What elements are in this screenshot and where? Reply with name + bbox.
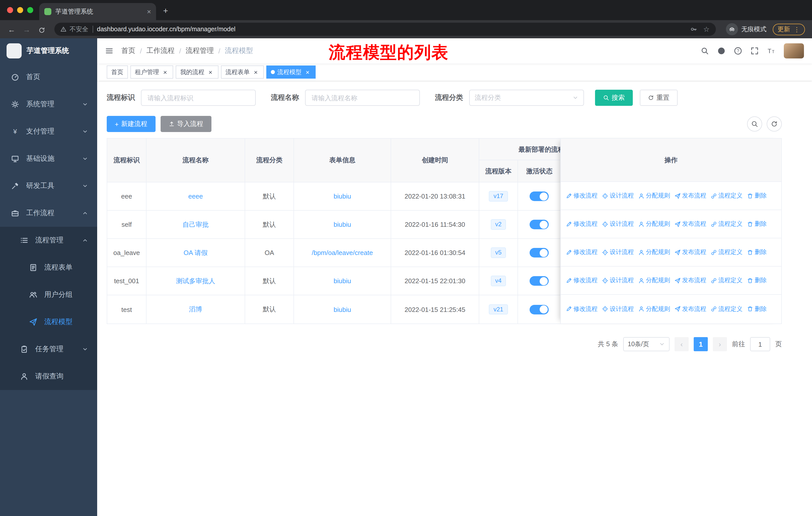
delete-process-link[interactable]: 删除 [747,220,767,228]
process-name-link[interactable]: 自己审批 [182,220,209,229]
prev-page-button[interactable]: ‹ [674,337,689,351]
process-definition-link[interactable]: 流程定义 [711,305,743,313]
active-toggle[interactable] [529,305,549,314]
active-toggle[interactable] [529,276,549,286]
publish-process-link[interactable]: 发布流程 [674,220,706,228]
process-name-link[interactable]: OA 请假 [183,248,207,257]
publish-process-link[interactable]: 发布流程 [674,276,706,285]
sidebar-logo[interactable]: 芋道管理系统 [0,38,97,63]
breadcrumb-item[interactable]: 工作流程 [146,46,175,55]
sidebar-item-workflow[interactable]: 工作流程 [0,199,97,227]
design-process-link[interactable]: 设计流程 [602,191,634,200]
sidebar-item-devtools[interactable]: 研发工具 [0,172,97,199]
delete-process-link[interactable]: 删除 [747,305,767,313]
delete-process-link[interactable]: 删除 [747,248,767,256]
help-icon[interactable] [734,47,742,55]
delete-process-link[interactable]: 删除 [747,276,767,285]
active-toggle[interactable] [529,220,549,229]
browser-update-button[interactable]: 更新 ⋮ [773,23,805,35]
avatar[interactable] [784,43,804,58]
tag-tenant[interactable]: 租户管理 × [130,65,173,79]
process-definition-link[interactable]: 流程定义 [711,220,743,228]
design-process-link[interactable]: 设计流程 [602,248,634,256]
create-process-button[interactable]: + 新建流程 [107,116,155,132]
assign-rule-link[interactable]: 分配规则 [638,276,670,285]
breadcrumb-item[interactable]: 流程管理 [186,46,214,55]
sidebar-item-user-group[interactable]: 用户分组 [0,281,97,308]
tab-close-icon[interactable]: × [147,7,151,16]
close-icon[interactable]: × [252,69,259,76]
process-key-input[interactable] [141,90,256,106]
reset-button[interactable]: 重置 [640,90,677,106]
active-toggle[interactable] [529,248,549,257]
tag-process-form[interactable]: 流程表单 × [221,65,264,79]
security-indicator[interactable]: 不安全 [60,25,88,33]
fullscreen-icon[interactable] [751,47,759,55]
goto-page-input[interactable] [750,337,770,351]
assign-rule-link[interactable]: 分配规则 [638,305,670,313]
reload-button[interactable] [35,25,48,33]
design-process-link[interactable]: 设计流程 [602,276,634,285]
tag-process-model[interactable]: 流程模型 × [266,65,316,79]
form-info-link[interactable]: biubiu [334,192,351,200]
publish-process-link[interactable]: 发布流程 [674,248,706,256]
sidebar-item-leave-query[interactable]: 请假查询 [0,363,97,390]
next-page-button[interactable]: › [713,337,727,351]
refresh-table-button[interactable] [767,116,782,132]
modify-process-link[interactable]: 修改流程 [566,248,598,256]
modify-process-link[interactable]: 修改流程 [566,305,598,313]
form-info-link[interactable]: /bpm/oa/leave/create [312,249,373,256]
design-process-link[interactable]: 设计流程 [602,220,634,228]
sidebar-item-task-management[interactable]: 任务管理 [0,335,97,363]
window-close-button[interactable] [7,7,13,13]
assign-rule-link[interactable]: 分配规则 [638,191,670,200]
browser-menu-icon[interactable]: ⋮ [794,25,800,33]
delete-process-link[interactable]: 删除 [747,191,767,200]
process-definition-link[interactable]: 流程定义 [711,248,743,256]
github-icon[interactable] [717,47,725,55]
tag-my-process[interactable]: 我的流程 × [176,65,219,79]
form-info-link[interactable]: biubiu [334,221,351,228]
design-process-link[interactable]: 设计流程 [602,305,634,313]
form-info-link[interactable]: biubiu [334,306,351,313]
breadcrumb-item[interactable]: 首页 [121,46,136,55]
window-zoom-button[interactable] [27,7,33,13]
assign-rule-link[interactable]: 分配规则 [638,248,670,256]
font-size-icon[interactable] [767,47,775,55]
process-definition-link[interactable]: 流程定义 [711,191,743,200]
assign-rule-link[interactable]: 分配规则 [638,220,670,228]
process-name-input[interactable] [305,90,420,106]
process-name-link[interactable]: 测试多审批人 [176,276,215,286]
sidebar-item-infrastructure[interactable]: 基础设施 [0,145,97,172]
sidebar-item-process-management[interactable]: 流程管理 [0,227,97,254]
password-key-icon[interactable] [690,26,697,33]
new-tab-button[interactable]: + [163,6,168,16]
close-icon[interactable]: × [162,69,169,76]
toggle-search-button[interactable] [747,116,762,132]
search-button[interactable]: 搜索 [595,90,633,106]
sidebar-item-system[interactable]: 系统管理 [0,91,97,118]
active-toggle[interactable] [529,191,549,201]
sidebar-item-process-model[interactable]: 流程模型 [0,308,97,335]
process-category-select[interactable]: 流程分类 [469,90,584,106]
process-definition-link[interactable]: 流程定义 [711,276,743,285]
publish-process-link[interactable]: 发布流程 [674,305,706,313]
process-name-link[interactable]: eeee [188,192,203,200]
current-page-button[interactable]: 1 [694,337,708,351]
bookmark-star-icon[interactable]: ☆ [703,25,709,33]
address-bar[interactable]: 不安全 dashboard.yudao.iocoder.cn/bpm/manag… [54,23,716,36]
modify-process-link[interactable]: 修改流程 [566,220,598,228]
browser-tab[interactable]: 芋道管理系统 × [39,3,156,20]
publish-process-link[interactable]: 发布流程 [674,191,706,200]
modify-process-link[interactable]: 修改流程 [566,191,598,200]
process-name-link[interactable]: 滔博 [189,305,202,314]
forward-button[interactable]: → [20,25,33,33]
close-icon[interactable]: × [304,69,311,76]
window-minimize-button[interactable] [17,7,23,13]
sidebar-item-home[interactable]: 首页 [0,63,97,91]
back-button[interactable]: ← [5,25,18,33]
hamburger-icon[interactable] [105,47,113,55]
sidebar-item-payment[interactable]: 支付管理 [0,118,97,145]
page-size-select[interactable]: 10条/页 [623,337,670,351]
import-process-button[interactable]: 导入流程 [160,116,211,132]
